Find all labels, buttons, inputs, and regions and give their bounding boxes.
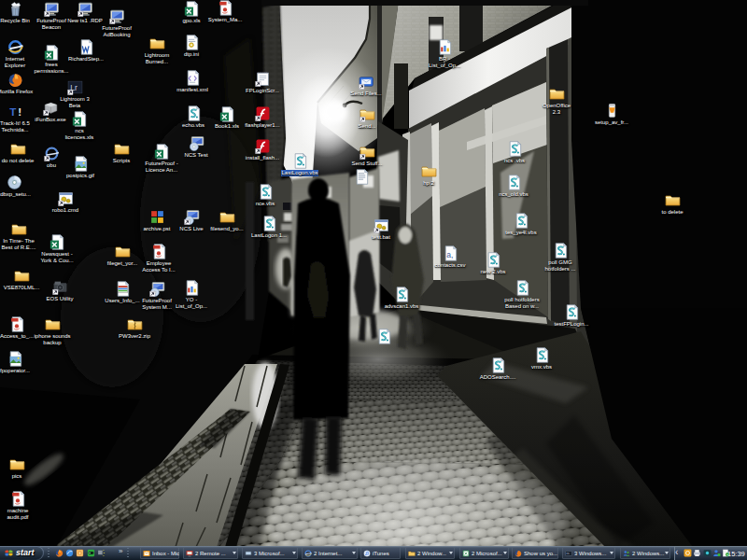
- svg-text:cs: cs: [567, 552, 571, 555]
